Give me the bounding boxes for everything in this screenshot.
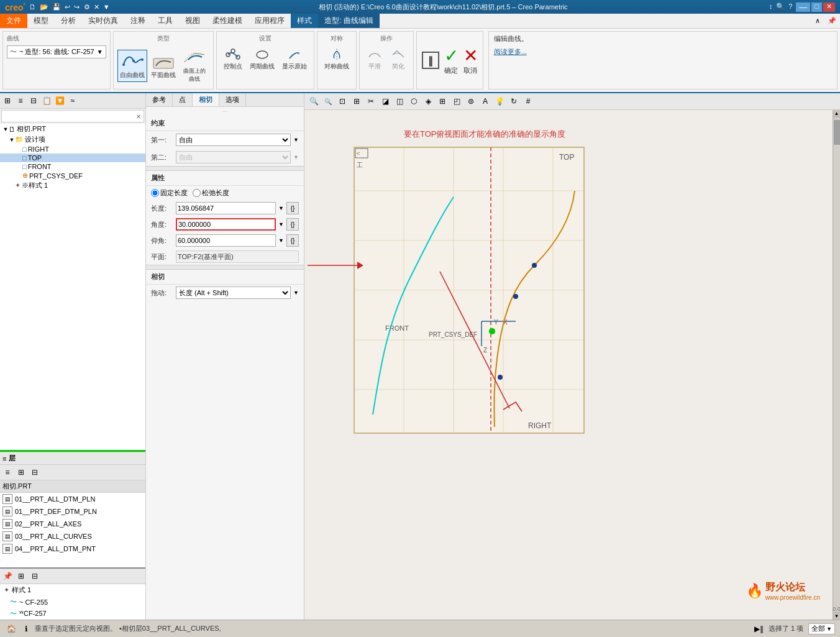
persp-btn[interactable]: ⬡ <box>407 94 421 108</box>
angle-dropdown-icon[interactable]: ▼ <box>278 221 284 227</box>
length-dropdown-icon[interactable]: ▼ <box>278 205 284 211</box>
section-btn[interactable]: ✂ <box>364 94 378 108</box>
view-detail-btn[interactable]: 📋 <box>40 94 53 107</box>
search-clear-icon[interactable]: ✕ <box>134 113 144 120</box>
tree-item-style[interactable]: ✦ ※样式 1 <box>0 180 145 191</box>
drive-dropdown-icon[interactable]: ▼ <box>293 290 299 296</box>
loose-length-radio[interactable]: 松弛长度 <box>193 188 229 198</box>
settings-icon[interactable]: ⚙ <box>84 3 90 11</box>
tree-item-csys[interactable]: ⊕ PRT_CSYS_DEF <box>0 171 145 180</box>
curve-dropdown-icon[interactable]: ▼ <box>97 48 103 55</box>
tree-item-root[interactable]: ▼ 🗋 相切.PRT <box>0 124 145 134</box>
redo-btn[interactable]: ↪ <box>74 3 80 11</box>
status-info-btn[interactable]: ℹ <box>20 623 32 635</box>
symmetric-curve-btn[interactable]: 对称曲线 <box>321 45 352 73</box>
datum-display-btn[interactable]: ⊚ <box>464 94 478 108</box>
tree-item-right[interactable]: □ RIGHT <box>0 145 145 154</box>
tree-item-top[interactable]: □ TOP <box>0 154 145 162</box>
close-btn[interactable]: ✕ <box>823 2 835 12</box>
elev-dropdown-icon[interactable]: ▼ <box>278 237 284 244</box>
tree-item-front[interactable]: □ FRONT <box>0 162 145 171</box>
layer-item-1[interactable]: ▤ 01__PRT_DEF_DTM_PLN <box>0 505 145 518</box>
read-more-link[interactable]: 阅读更多... <box>494 47 832 57</box>
grid-btn[interactable]: # <box>521 94 535 108</box>
menu-file[interactable]: 文件 <box>0 14 27 28</box>
menu-style[interactable]: 样式 <box>291 14 318 28</box>
surface-curve-btn[interactable]: 曲面上的曲线 <box>180 46 209 86</box>
elev-formula-btn[interactable]: {} <box>286 234 299 247</box>
planar-curve-btn[interactable]: 平面曲线 <box>148 50 178 82</box>
view3d-btn[interactable]: ⊞ <box>436 94 449 108</box>
view-filter-btn[interactable]: 🔽 <box>53 94 66 107</box>
light-btn[interactable]: 💡 <box>493 94 506 108</box>
annotation-display-btn[interactable]: A <box>478 94 492 108</box>
tab-point[interactable]: 点 <box>173 93 193 106</box>
pause-btn[interactable]: ‖ <box>422 52 439 69</box>
close-x-icon[interactable]: ✕ <box>94 3 99 11</box>
status-home-btn[interactable]: 🏠 <box>5 623 17 635</box>
menu-tools[interactable]: 工具 <box>152 14 179 28</box>
menu-annotation[interactable]: 注释 <box>124 14 152 28</box>
fixed-length-radio[interactable]: 固定长度 <box>151 188 188 198</box>
help-icon[interactable]: ? <box>788 2 792 12</box>
simplify-btn[interactable]: 简化 <box>387 45 409 73</box>
undo-btn[interactable]: ↩ <box>65 3 70 11</box>
drive-select[interactable]: 长度 (Alt + Shift) 角度 两者 <box>176 286 291 299</box>
tab-ref[interactable]: 参考 <box>146 93 173 106</box>
angle-formula-btn[interactable]: {} <box>286 218 299 231</box>
layer-item-4[interactable]: ▤ 04__PRT_ALL_DTM_PNT <box>0 543 145 555</box>
smooth-btn[interactable]: 平滑 <box>363 45 386 73</box>
layer-item-2[interactable]: ▤ 02__PRT_ALL_AXES <box>0 518 145 530</box>
layer-toggle2-btn[interactable]: ⊟ <box>29 466 41 479</box>
new-btn[interactable]: 🗋 <box>29 3 36 11</box>
control-points-btn[interactable]: 控制点 <box>221 45 245 73</box>
open-btn[interactable]: 📂 <box>40 3 48 11</box>
feat-pin-btn[interactable]: 📌 <box>1 570 14 582</box>
vertical-scrollbar[interactable]: ▲ 0.0 ▼ <box>833 110 840 620</box>
search-bar[interactable]: ✕ <box>1 110 144 122</box>
menu-flex[interactable]: 柔性建模 <box>206 14 249 28</box>
layer-item-3[interactable]: ▤ 03__PRT_ALL_CURVES <box>0 530 145 543</box>
view-orient-btn[interactable]: ⊞ <box>350 94 363 108</box>
layer-toggle1-btn[interactable]: ⊞ <box>15 466 27 479</box>
feat-collapse-btn[interactable]: ⊟ <box>29 570 41 582</box>
angle-input[interactable] <box>176 218 276 231</box>
length-input[interactable] <box>176 202 276 214</box>
ribbon-pin-btn[interactable]: 📌 <box>824 16 840 26</box>
view-toggle-btn[interactable]: ≈ <box>66 94 79 107</box>
maximize-btn[interactable]: □ <box>811 2 822 12</box>
menu-apps[interactable]: 应用程序 <box>249 14 291 28</box>
length-formula-btn[interactable]: {} <box>286 202 299 214</box>
periodic-curve-btn[interactable]: 周期曲线 <box>247 45 278 73</box>
cancel-btn[interactable]: ✕ 取消 <box>463 45 478 75</box>
tab-tangent[interactable]: 相切 <box>193 93 219 106</box>
display-style-btn[interactable]: ◪ <box>378 94 392 108</box>
feature-cf257[interactable]: 〜 ᵂCF-257 <box>0 608 145 620</box>
root-expand[interactable]: ▼ <box>2 126 9 132</box>
spin-btn[interactable]: ↻ <box>507 94 521 108</box>
loose-radio-input[interactable] <box>193 189 201 197</box>
mode-dropdown-icon[interactable]: ▼ <box>826 626 832 632</box>
zoom-fit-btn[interactable]: ⊡ <box>336 94 349 108</box>
ribbon-collapse-btn[interactable]: ∧ <box>811 16 824 26</box>
tab-options[interactable]: 选项 <box>219 93 246 106</box>
render-btn[interactable]: ◈ <box>421 94 435 108</box>
menu-view[interactable]: 视图 <box>179 14 206 28</box>
menu-analysis[interactable]: 分析 <box>55 14 82 28</box>
confirm-btn[interactable]: ✓ 确定 <box>444 45 459 75</box>
feat-expand-btn[interactable]: ⊞ <box>15 570 27 582</box>
free-curve-btn[interactable]: 自由曲线 <box>117 50 147 82</box>
view-tree-btn[interactable]: ⊟ <box>27 94 40 107</box>
first-dropdown-icon[interactable]: ▼ <box>293 137 299 143</box>
elevation-input[interactable] <box>176 234 276 247</box>
menu-curve-edit[interactable]: 造型: 曲线编辑 <box>318 14 380 28</box>
search-icon[interactable]: 🔍 <box>776 2 785 12</box>
mode-select[interactable]: 全部 ▼ <box>808 623 835 635</box>
curve-selector-box[interactable]: 〜 ~ 造型: 56: 曲线: CF-257 ▼ <box>7 45 106 58</box>
play-pause-btn[interactable]: ▶‖ <box>754 625 764 633</box>
design-expand[interactable]: ▼ <box>9 137 15 143</box>
first-constraint-select[interactable]: 自由 切线 曲率 法向 <box>176 134 291 146</box>
dropdown-arrow[interactable]: ▼ <box>103 3 110 11</box>
layer-list-btn[interactable]: ≡ <box>1 466 14 479</box>
scroll-up-btn[interactable]: ▲ <box>833 110 841 117</box>
